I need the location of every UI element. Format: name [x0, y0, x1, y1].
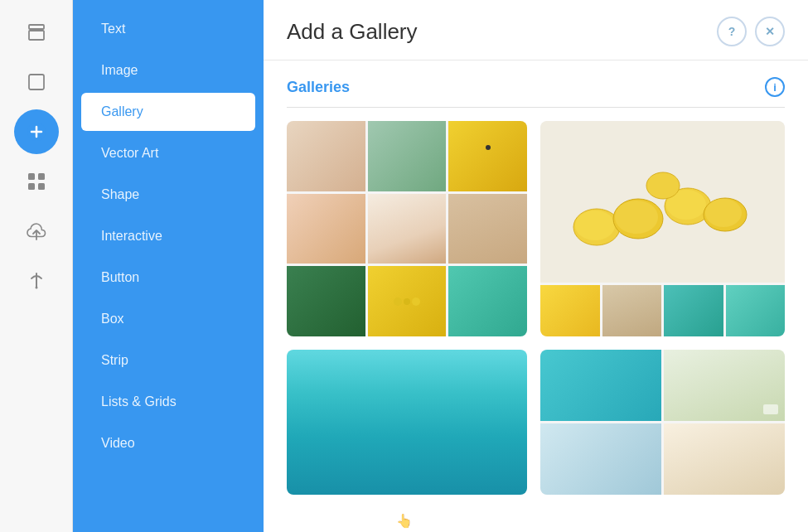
page-title: Add a Gallery	[287, 19, 418, 45]
collage-cell-6	[448, 194, 527, 264]
collage-cell-8	[368, 266, 447, 336]
svg-rect-2	[29, 75, 44, 89]
bottom-cell-2	[664, 350, 785, 421]
collage-cell-1	[287, 121, 365, 191]
apps-icon[interactable]	[14, 159, 59, 204]
svg-rect-1	[29, 31, 44, 40]
bottom-cell-1	[540, 350, 661, 421]
help-button[interactable]: ?	[717, 17, 747, 46]
svg-rect-6	[28, 173, 35, 180]
menu-item-strip[interactable]: Strip	[81, 341, 255, 380]
gallery-card-lemon[interactable]	[540, 121, 785, 336]
menu-item-gallery[interactable]: Gallery	[81, 93, 255, 131]
menu-item-interactive[interactable]: Interactive	[81, 217, 255, 255]
svg-rect-0	[29, 25, 44, 29]
gallery-area: Galleries i	[264, 60, 808, 532]
collage-cell-5	[368, 194, 447, 264]
galleries-row-2	[287, 350, 785, 495]
galleries-row-1	[287, 121, 785, 336]
blog-icon[interactable]	[14, 259, 59, 303]
gallery-card-teal-ocean[interactable]	[287, 350, 527, 495]
teal-ocean-photo	[287, 350, 527, 495]
svg-point-13	[575, 210, 615, 240]
collage-cell-7	[287, 266, 365, 336]
info-icon[interactable]: i	[765, 77, 785, 97]
menu-item-shape[interactable]: Shape	[81, 176, 255, 214]
bottom-collage-grid	[540, 350, 785, 495]
section-header: Galleries i	[287, 77, 785, 108]
collage-cell-2	[368, 121, 447, 191]
svg-point-15	[615, 201, 658, 234]
upload-icon[interactable]	[14, 209, 59, 254]
close-button[interactable]: ✕	[755, 17, 785, 46]
menu-item-text[interactable]: Text	[81, 10, 255, 48]
header-actions: ? ✕	[717, 17, 785, 46]
collage-cell-9	[448, 266, 527, 336]
collage-cell-3	[448, 121, 527, 191]
elements-icon[interactable]	[14, 60, 59, 104]
strip-thumb-3	[664, 285, 723, 336]
content-header: Add a Gallery ? ✕	[264, 0, 808, 60]
pages-icon[interactable]	[14, 10, 59, 55]
strip-thumb-4	[726, 285, 786, 336]
add-icon[interactable]: 👆	[14, 109, 59, 154]
menu-item-vector-art[interactable]: Vector Art	[81, 134, 255, 172]
svg-point-11	[35, 287, 37, 289]
menu-item-box[interactable]: Box	[81, 300, 255, 338]
gallery-card-bottom-right[interactable]	[540, 350, 785, 495]
bottom-cell-4	[664, 423, 785, 495]
menu-item-button[interactable]: Button	[81, 259, 255, 297]
bottom-cell-3	[540, 423, 661, 495]
menu-item-lists-grids[interactable]: Lists & Grids	[81, 383, 255, 421]
lemons-illustration	[572, 136, 754, 268]
menu-panel: Text Image Gallery Vector Art Shape Inte…	[73, 0, 264, 532]
lemon-main-photo	[540, 121, 785, 283]
svg-rect-7	[38, 173, 45, 180]
section-title: Galleries	[287, 79, 350, 96]
svg-point-20	[646, 172, 680, 199]
gallery-card-collage[interactable]	[287, 121, 527, 336]
collage-cell-4	[287, 194, 365, 264]
strip-thumb-1	[540, 285, 600, 336]
svg-point-19	[705, 199, 742, 227]
left-toolbar: 👆	[0, 0, 73, 532]
svg-rect-9	[38, 183, 45, 190]
svg-rect-8	[28, 183, 35, 190]
main-content: Add a Gallery ? ✕ Galleries i	[264, 0, 808, 532]
menu-item-image[interactable]: Image	[81, 51, 255, 89]
lemon-bottom-strip	[540, 285, 785, 336]
menu-item-video[interactable]: Video	[81, 424, 255, 462]
strip-thumb-2	[602, 285, 662, 336]
